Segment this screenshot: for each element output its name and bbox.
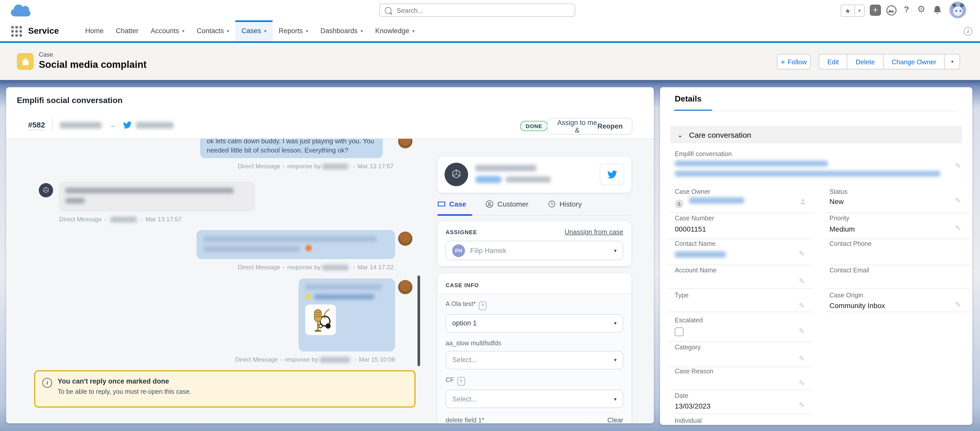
emplifi-conversation-label: Emplifi conversation xyxy=(675,151,732,158)
field-divider xyxy=(668,390,813,390)
edit-pencil-icon[interactable]: ✎ xyxy=(799,301,805,310)
side-panel-tabs: Case Customer xyxy=(438,200,582,208)
tab-home[interactable]: Home xyxy=(79,21,110,41)
edit-pencil-icon[interactable]: ✎ xyxy=(799,327,805,335)
assignee-select[interactable]: FH Filip Hamek ▾ xyxy=(445,241,623,260)
trailhead-icon[interactable] xyxy=(886,5,897,16)
account-name-label: Account Name xyxy=(675,267,717,274)
info-icon[interactable]: i xyxy=(964,27,972,36)
image-attachment[interactable] xyxy=(305,304,336,335)
arrow-right-icon: → xyxy=(109,121,116,129)
conversation-header: #582 → DONE Assign to me & Reopen xyxy=(6,116,654,138)
edit-pencil-icon[interactable]: ✎ xyxy=(799,249,805,258)
avatar-eye-right xyxy=(959,10,961,12)
delete-button[interactable]: Delete xyxy=(848,54,883,70)
tab-history[interactable]: History xyxy=(548,200,582,208)
escalated-checkbox[interactable] xyxy=(675,328,683,336)
brand-avatar xyxy=(39,183,53,197)
help-icon[interactable]: ? xyxy=(479,301,487,310)
notice-body: To be able to reply, you must re-open th… xyxy=(58,388,406,395)
favorites-caret-icon[interactable]: ▾ xyxy=(855,8,864,13)
follow-button[interactable]: + Follow xyxy=(777,54,811,70)
tab-reports[interactable]: Reports▾ xyxy=(272,21,314,41)
chevron-down-icon[interactable]: ▾ xyxy=(361,28,363,33)
redacted-owner-name xyxy=(689,197,745,203)
cf-select[interactable]: Select... ▾ xyxy=(445,390,623,408)
tab-contacts[interactable]: Contacts▾ xyxy=(191,21,235,41)
app-launcher-waffle[interactable] xyxy=(11,26,22,37)
edit-pencil-icon[interactable]: ✎ xyxy=(799,401,805,409)
redacted-contact-name[interactable] xyxy=(675,252,726,258)
tab-customer[interactable]: Customer xyxy=(486,200,528,208)
tab-knowledge[interactable]: Knowledge▾ xyxy=(369,21,421,41)
redacted-link-line[interactable] xyxy=(675,171,940,176)
case-object-icon xyxy=(17,53,34,70)
care-conversation-section-header[interactable]: ⌄ Care conversation xyxy=(670,126,962,143)
case-owner-value[interactable] xyxy=(675,197,745,208)
details-tab[interactable]: Details xyxy=(675,94,702,103)
edit-pencil-icon[interactable]: ✎ xyxy=(799,355,805,363)
tab-chatter[interactable]: Chatter xyxy=(110,21,145,41)
setup-gear-icon[interactable]: ⚙ xyxy=(916,3,927,15)
search-input[interactable] xyxy=(396,6,570,14)
edit-pencil-icon[interactable]: ✎ xyxy=(799,277,805,285)
customer-avatar xyxy=(398,280,412,294)
edit-pencil-icon[interactable]: ✎ xyxy=(955,300,961,309)
assignee-avatar: FH xyxy=(452,244,465,257)
redacted-agent-name xyxy=(60,122,102,128)
help-icon[interactable]: ? xyxy=(901,5,912,15)
edit-pencil-icon[interactable]: ✎ xyxy=(955,162,961,170)
tab-accounts[interactable]: Accounts▾ xyxy=(145,21,191,41)
active-tab-underline xyxy=(438,214,472,216)
chevron-down-icon[interactable]: ▾ xyxy=(182,28,185,33)
a-ola-test-select[interactable]: option 1 ▾ xyxy=(445,314,623,332)
chevron-down-icon[interactable]: ▾ xyxy=(412,28,415,33)
edit-pencil-icon[interactable]: ✎ xyxy=(955,196,961,204)
edit-pencil-icon[interactable]: ✎ xyxy=(799,379,805,387)
individual-label: Individual xyxy=(675,417,702,425)
favorites-control[interactable]: ★ ▾ xyxy=(841,5,865,17)
twitter-channel-button[interactable] xyxy=(600,164,624,185)
clear-link[interactable]: Clear xyxy=(608,416,623,423)
field-divider xyxy=(668,312,813,312)
info-glyph: i xyxy=(967,29,969,34)
more-actions-caret-button[interactable]: ▾ xyxy=(945,54,960,70)
caret-down-icon: ▾ xyxy=(614,396,617,402)
case-origin-value: Community Inbox xyxy=(829,301,885,310)
user-avatar[interactable] xyxy=(950,2,966,18)
status-value: New xyxy=(829,197,844,206)
chevron-down-icon[interactable]: ▾ xyxy=(264,28,266,33)
ticket-number[interactable]: #582 xyxy=(28,120,45,130)
customer-avatar xyxy=(398,138,412,149)
redacted-link-line[interactable] xyxy=(675,161,828,166)
field-divider xyxy=(668,341,813,342)
edit-pencil-icon[interactable]: ✎ xyxy=(955,224,961,232)
field-label: delete field 1* xyxy=(445,417,484,423)
quick-add-button[interactable]: + xyxy=(870,5,881,16)
redacted-handle xyxy=(506,176,551,182)
chat-scrollbar[interactable] xyxy=(417,276,420,366)
tab-dashboards[interactable]: Dashboards▾ xyxy=(314,21,369,41)
global-search[interactable] xyxy=(379,3,575,17)
help-icon[interactable]: ? xyxy=(457,377,465,386)
favorites-star-icon[interactable]: ★ xyxy=(841,7,854,14)
unassign-link[interactable]: Unassign from case xyxy=(565,228,623,236)
microphone-artwork xyxy=(307,307,334,333)
change-owner-button[interactable]: Change Owner xyxy=(883,54,945,70)
case-number-label: Case Number xyxy=(675,215,714,222)
notifications-bell-icon[interactable] xyxy=(932,5,943,15)
assign-reopen-button[interactable]: Assign to me & Reopen xyxy=(547,118,632,135)
field-label: aa_slow multifsdfds xyxy=(445,339,623,347)
message-meta: Direct Message•response by •Mar 14 17:22 xyxy=(197,264,393,271)
tab-case[interactable]: Case xyxy=(438,200,466,208)
tab-cases[interactable]: Cases▾ xyxy=(235,21,272,41)
chevron-down-icon[interactable]: ▾ xyxy=(227,28,229,33)
page-title: Social media complaint xyxy=(39,59,146,70)
chevron-down-icon[interactable]: ▾ xyxy=(306,28,308,33)
change-owner-icon[interactable] xyxy=(799,197,807,206)
message-meta: Direct Message•response by •Mar 15 10:09 xyxy=(159,356,395,363)
date-value: 13/03/2023 xyxy=(675,402,711,410)
edit-button[interactable]: Edit xyxy=(819,54,848,70)
message-meta: Direct Message• •Mar 13 17:57 xyxy=(59,216,182,223)
aa-slow-multi-select[interactable]: Select... ▾ xyxy=(445,351,623,369)
